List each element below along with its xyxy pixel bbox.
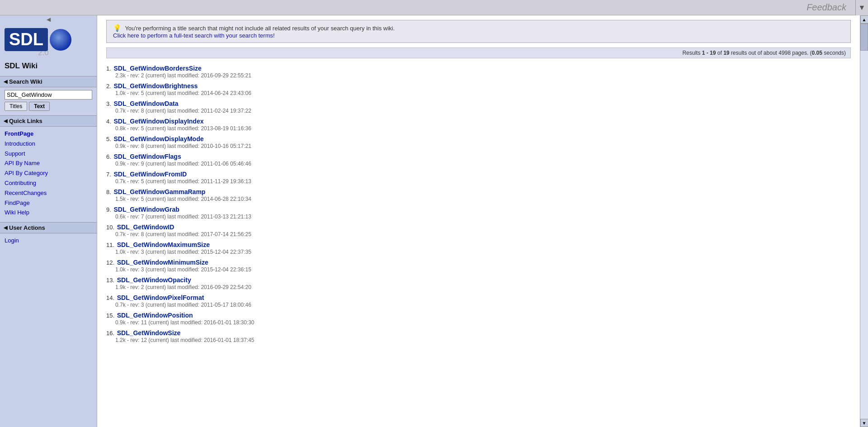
sdl-logo: SDL (5, 28, 48, 51)
user-actions-content: Login (0, 233, 97, 248)
result-link[interactable]: SDL_GetWindowID (117, 223, 175, 231)
user-actions-label: User Actions (9, 224, 45, 231)
result-link[interactable]: SDL_GetWindowGammaRamp (113, 188, 205, 195)
sidebar: ◀ SDL 2.0 SDL Wiki ◀ Search Wiki Titles … (0, 15, 97, 427)
result-link[interactable]: SDL_GetWindowFromID (113, 171, 187, 178)
result-number: 1. (106, 65, 113, 72)
result-number: 6. (106, 153, 113, 160)
result-link[interactable]: SDL_GetWindowPosition (117, 312, 193, 319)
results-total: 19 (723, 50, 729, 56)
result-meta: 0.7k - rev: 3 (current) last modified: 2… (115, 302, 851, 308)
quick-links-arrow: ◀ (4, 118, 7, 124)
result-link[interactable]: SDL_GetWindowMaximumSize (117, 241, 210, 248)
search-section-arrow: ◀ (4, 79, 7, 85)
sidebar-link-login[interactable]: Login (5, 236, 92, 246)
result-number: 5. (106, 136, 113, 142)
result-meta: 1.9k - rev: 2 (current) last modified: 2… (115, 284, 851, 290)
result-meta: 0.9k - rev: 11 (current) last modified: … (115, 319, 851, 326)
result-meta: 0.6k - rev: 7 (current) last modified: 2… (115, 214, 851, 220)
sidebar-link-find-page[interactable]: FindPage (5, 199, 92, 208)
scroll-track[interactable] (860, 24, 868, 419)
results-prefix: Results (682, 50, 702, 56)
list-item: 16. SDL_GetWindowSize1.2k - rev: 12 (cur… (106, 329, 851, 343)
result-link[interactable]: SDL_GetWindowFlags (113, 153, 181, 160)
result-number: 15. (106, 312, 116, 319)
result-number: 8. (106, 189, 113, 195)
scrollbar: ▲ ▼ (860, 15, 868, 427)
result-meta: 1.5k - rev: 5 (current) last modified: 2… (115, 196, 851, 202)
sidebar-link-api-by-category[interactable]: API By Category (5, 169, 92, 178)
result-link[interactable]: SDL_GetWindowMinimumSize (117, 259, 208, 266)
result-link[interactable]: SDL_GetWindowPixelFormat (117, 294, 204, 301)
list-item: 14. SDL_GetWindowPixelFormat0.7k - rev: … (106, 294, 851, 308)
result-number: 4. (106, 118, 113, 125)
sidebar-link-contributing[interactable]: Contributing (5, 179, 92, 188)
list-item: 10. SDL_GetWindowID0.7k - rev: 8 (curren… (106, 223, 851, 237)
sidebar-link-introduction[interactable]: Introduction (5, 139, 92, 149)
list-item: 3. SDL_GetWindowData0.7k - rev: 8 (curre… (106, 100, 851, 114)
result-number: 10. (106, 224, 116, 231)
sidebar-link-recent-changes[interactable]: RecentChanges (5, 189, 92, 198)
result-meta: 0.7k - rev: 5 (current) last modified: 2… (115, 178, 851, 185)
result-meta: 1.2k - rev: 12 (current) last modified: … (115, 337, 851, 343)
results-suffix: results out of about 4998 pages. ( (729, 50, 811, 56)
notice-box: 💡 You're performing a title search that … (106, 20, 851, 43)
sidebar-link-support[interactable]: Support (5, 149, 92, 159)
text-button[interactable]: Text (29, 102, 50, 111)
search-wiki-section-header: ◀ Search Wiki (0, 76, 97, 87)
result-link[interactable]: SDL_GetWindowBordersSize (113, 65, 201, 72)
result-meta: 1.0k - rev: 3 (current) last modified: 2… (115, 266, 851, 273)
result-meta: 1.0k - rev: 3 (current) last modified: 2… (115, 249, 851, 255)
result-meta: 0.7k - rev: 8 (current) last modified: 2… (115, 231, 851, 237)
feedback-bar: Feedback ▼ (0, 0, 868, 15)
notice-full-text-link[interactable]: Click here to perform a full-text search… (113, 32, 275, 39)
result-number: 7. (106, 171, 113, 178)
result-link[interactable]: SDL_GetWindowOpacity (117, 276, 191, 284)
result-number: 16. (106, 330, 116, 337)
scroll-thumb[interactable] (860, 24, 868, 51)
sidebar-wiki-title: SDL Wiki (0, 60, 97, 74)
result-link[interactable]: SDL_GetWindowGrab (113, 206, 179, 213)
search-buttons-group: Titles Text (5, 102, 92, 111)
results-time: 0.05 (812, 50, 822, 56)
result-number: 11. (106, 242, 116, 248)
titles-button[interactable]: Titles (5, 102, 27, 111)
sidebar-link-wiki-help[interactable]: Wiki Help (5, 208, 92, 218)
sidebar-link-frontpage[interactable]: FrontPage (5, 129, 92, 139)
result-link[interactable]: SDL_GetWindowSize (117, 329, 181, 337)
user-actions-section-header: ◀ User Actions (0, 222, 97, 233)
search-input[interactable] (5, 90, 92, 100)
list-item: 9. SDL_GetWindowGrab0.6k - rev: 7 (curre… (106, 206, 851, 220)
list-item: 2. SDL_GetWindowBrightness1.0k - rev: 5 … (106, 82, 851, 96)
result-link[interactable]: SDL_GetWindowBrightness (113, 82, 198, 90)
quick-links-label: Quick Links (9, 118, 42, 124)
sidebar-link-api-by-name[interactable]: API By Name (5, 159, 92, 168)
content-area: 💡 You're performing a title search that … (97, 15, 860, 427)
result-link[interactable]: SDL_GetWindowData (113, 100, 178, 107)
list-item: 15. SDL_GetWindowPosition0.9k - rev: 11 … (106, 312, 851, 326)
list-item: 4. SDL_GetWindowDisplayIndex0.8k - rev: … (106, 118, 851, 132)
search-section-label: Search Wiki (9, 78, 42, 85)
quick-links-section-header: ◀ Quick Links (0, 115, 97, 127)
list-item: 7. SDL_GetWindowFromID0.7k - rev: 5 (cur… (106, 171, 851, 185)
result-number: 13. (106, 277, 116, 284)
list-item: 11. SDL_GetWindowMaximumSize1.0k - rev: … (106, 241, 851, 255)
list-item: 1. SDL_GetWindowBordersSize2.3k - rev: 2… (106, 65, 851, 79)
scroll-down-arrow[interactable]: ▼ (860, 419, 868, 427)
result-number: 14. (106, 294, 116, 301)
result-link[interactable]: SDL_GetWindowDisplayMode (113, 135, 203, 142)
search-wiki-content: Titles Text (0, 87, 97, 114)
result-meta: 0.8k - rev: 5 (current) last modified: 2… (115, 125, 851, 132)
result-number: 12. (106, 259, 116, 266)
sidebar-collapse-arrow[interactable]: ◀ (0, 15, 97, 24)
list-item: 5. SDL_GetWindowDisplayMode0.9k - rev: 8… (106, 135, 851, 149)
result-number: 9. (106, 206, 113, 213)
main-layout: ◀ SDL 2.0 SDL Wiki ◀ Search Wiki Titles … (0, 15, 868, 427)
result-link[interactable]: SDL_GetWindowDisplayIndex (113, 118, 203, 125)
feedback-label: Feedback (675, 2, 855, 13)
feedback-dropdown-button[interactable]: ▼ (855, 0, 868, 15)
results-of: of (716, 50, 723, 56)
scroll-up-arrow[interactable]: ▲ (860, 15, 868, 24)
list-item: 8. SDL_GetWindowGammaRamp1.5k - rev: 5 (… (106, 188, 851, 202)
sidebar-logo-area: SDL 2.0 (0, 24, 97, 60)
